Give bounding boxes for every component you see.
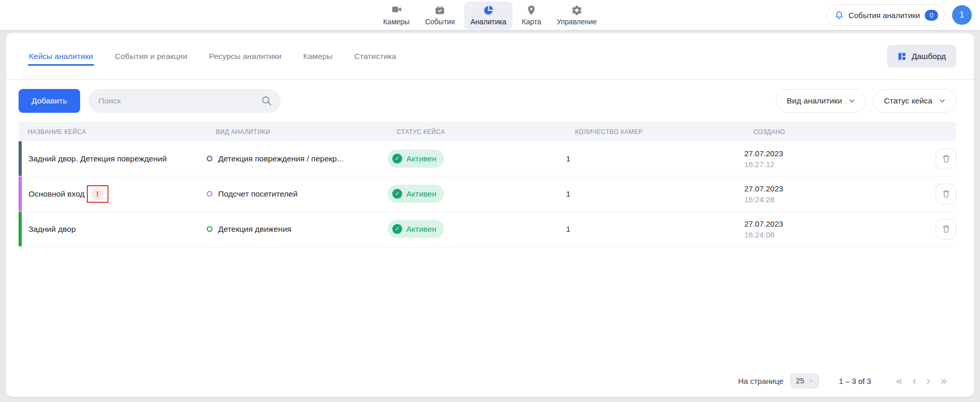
first-page-button[interactable]: « bbox=[892, 375, 906, 387]
nav-item-analytics[interactable]: Аналитика bbox=[464, 2, 512, 29]
analytics-type-filter-label: Вид аналитики bbox=[787, 96, 842, 106]
created-cell: 27.07.2023 16:24:08 bbox=[744, 219, 909, 239]
search-input[interactable] bbox=[88, 89, 281, 113]
gear-icon bbox=[571, 5, 583, 16]
check-circle-icon: ✓ bbox=[392, 154, 402, 163]
actions-cell bbox=[909, 184, 956, 204]
status-badge: ✓ Активен bbox=[388, 185, 444, 203]
nav-item-cameras[interactable]: Камеры bbox=[377, 2, 416, 29]
nav-label-cameras: Камеры bbox=[383, 18, 409, 26]
created-time: 16:24:28 bbox=[744, 195, 909, 204]
table-row[interactable]: Основной вход ! Подсчет посетителей ✓ Ак… bbox=[19, 176, 956, 212]
add-case-button[interactable]: Добавить bbox=[19, 89, 80, 113]
row-accent-bar bbox=[19, 212, 22, 246]
prev-page-button[interactable]: ‹ bbox=[909, 375, 921, 387]
tabs-row: Кейсы аналитики События и реакции Ресурс… bbox=[6, 33, 974, 80]
created-date: 27.07.2023 bbox=[744, 149, 909, 158]
status-badge: ✓ Активен bbox=[388, 220, 444, 238]
dashboard-grid-icon bbox=[897, 52, 907, 61]
created-time: 16:24:08 bbox=[744, 230, 909, 239]
nav-item-events[interactable]: События bbox=[419, 2, 461, 29]
chevron-down-icon bbox=[848, 97, 856, 105]
toolbar: Добавить Вид аналитики Статус кейса bbox=[6, 80, 974, 113]
delete-case-button[interactable] bbox=[936, 184, 956, 204]
case-name: Основной вход bbox=[28, 189, 85, 199]
per-page-label: На странице bbox=[738, 377, 784, 385]
tab-events-reactions[interactable]: События и реакции bbox=[115, 33, 187, 79]
column-header-case-name: НАЗВАНИЕ КЕЙСА bbox=[19, 128, 192, 136]
analytics-type-ring-icon bbox=[207, 156, 212, 161]
actions-cell bbox=[909, 148, 956, 169]
case-name: Задний двор. Детекция повреждений bbox=[28, 154, 167, 163]
analytics-events-label: События аналитики bbox=[849, 11, 920, 20]
status-label: Активен bbox=[406, 154, 436, 163]
analytics-type-cell: Детекция движения bbox=[207, 225, 388, 234]
row-accent-bar bbox=[19, 176, 22, 211]
events-count-badge: 0 bbox=[925, 10, 938, 21]
delete-case-button[interactable] bbox=[936, 148, 956, 169]
column-header-case-status: СТАТУС КЕЙСА bbox=[388, 128, 552, 136]
search-field bbox=[88, 89, 281, 113]
analytics-type-ring-icon bbox=[207, 226, 212, 232]
created-cell: 27.07.2023 16:27:12 bbox=[744, 149, 909, 169]
pagination-arrows: « ‹ › » bbox=[892, 375, 951, 387]
tab-analytics-cases[interactable]: Кейсы аналитики bbox=[29, 33, 93, 79]
analytics-type-filter[interactable]: Вид аналитики bbox=[776, 89, 866, 113]
trash-icon bbox=[942, 225, 951, 234]
trash-icon bbox=[942, 189, 951, 199]
analytics-type-label: Детекция движения bbox=[218, 225, 292, 234]
created-date: 27.07.2023 bbox=[744, 184, 909, 193]
chevron-down-icon bbox=[808, 378, 814, 384]
avatar[interactable]: 1 bbox=[952, 5, 972, 25]
case-status-filter[interactable]: Статус кейса bbox=[873, 89, 956, 113]
last-page-button[interactable]: » bbox=[937, 375, 951, 387]
analytics-type-label: Детекция повреждения / перекр... bbox=[218, 154, 344, 163]
pie-chart-icon bbox=[483, 5, 494, 16]
cameras-count-cell: 1 bbox=[566, 189, 744, 199]
nav-label-analytics: Аналитика bbox=[470, 18, 506, 26]
dashboard-button[interactable]: Дашборд bbox=[887, 45, 956, 68]
status-badge: ✓ Активен bbox=[388, 150, 444, 168]
warning-icon[interactable]: ! bbox=[91, 188, 104, 200]
nav-item-map[interactable]: Карта bbox=[516, 2, 547, 29]
calendar-check-icon bbox=[434, 5, 446, 16]
case-status-cell: ✓ Активен bbox=[388, 220, 566, 238]
per-page-value: 25 bbox=[796, 377, 804, 385]
video-camera-icon bbox=[391, 5, 402, 16]
search-icon[interactable] bbox=[261, 95, 272, 107]
check-circle-icon: ✓ bbox=[392, 224, 402, 234]
per-page-select[interactable]: 25 bbox=[790, 373, 819, 389]
created-time: 16:27:12 bbox=[744, 160, 909, 169]
main-nav: Камеры События Аналитика Карта Управлени… bbox=[377, 2, 603, 29]
analytics-events-button[interactable]: События аналитики 0 bbox=[826, 4, 945, 26]
topbar: Камеры События Аналитика Карта Управлени… bbox=[0, 0, 980, 30]
table-row[interactable]: Задний двор Детекция движения ✓ Активен … bbox=[19, 212, 956, 247]
case-name-cell: Задний двор bbox=[19, 225, 207, 234]
cameras-count-cell: 1 bbox=[566, 154, 744, 163]
pagination-range: 1 – 3 of 3 bbox=[839, 377, 871, 385]
tab-analytics-resources[interactable]: Ресурсы аналитики bbox=[209, 33, 281, 79]
topbar-right: События аналитики 0 1 bbox=[826, 0, 972, 30]
filters: Вид аналитики Статус кейса bbox=[776, 89, 956, 113]
analytics-type-ring-icon bbox=[207, 191, 212, 197]
tab-cameras[interactable]: Камеры bbox=[303, 33, 332, 79]
row-accent-bar bbox=[19, 141, 22, 176]
delete-case-button[interactable] bbox=[936, 219, 956, 240]
cases-table: НАЗВАНИЕ КЕЙСА ВИД АНАЛИТИКИ СТАТУС КЕЙС… bbox=[19, 122, 956, 247]
nav-label-map: Карта bbox=[522, 18, 541, 26]
case-status-filter-label: Статус кейса bbox=[884, 96, 932, 106]
trash-icon bbox=[942, 154, 951, 163]
table-row[interactable]: Задний двор. Детекция повреждений Детекц… bbox=[19, 141, 956, 176]
content-card: Кейсы аналитики События и реакции Ресурс… bbox=[6, 33, 974, 397]
check-circle-icon: ✓ bbox=[392, 189, 402, 199]
case-name: Задний двор bbox=[28, 225, 76, 234]
tab-statistics[interactable]: Статистика bbox=[354, 33, 396, 79]
status-label: Активен bbox=[406, 189, 436, 199]
next-page-button[interactable]: › bbox=[923, 375, 935, 387]
cameras-count-cell: 1 bbox=[566, 225, 744, 234]
table-header: НАЗВАНИЕ КЕЙСА ВИД АНАЛИТИКИ СТАТУС КЕЙС… bbox=[19, 122, 956, 141]
map-pin-icon bbox=[526, 5, 537, 16]
nav-item-management[interactable]: Управление bbox=[550, 2, 603, 29]
case-status-cell: ✓ Активен bbox=[388, 185, 566, 203]
tabs: Кейсы аналитики События и реакции Ресурс… bbox=[29, 33, 396, 79]
